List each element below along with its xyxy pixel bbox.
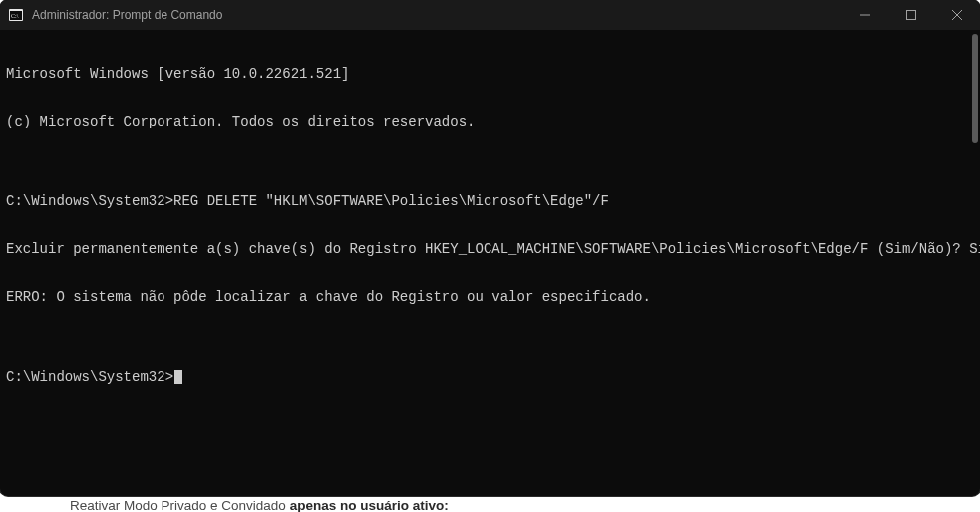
window-controls — [842, 0, 980, 30]
bg-text-bold: apenas no usuário ativo: — [290, 498, 449, 512]
terminal-area[interactable]: Microsoft Windows [versão 10.0.22621.521… — [0, 30, 980, 496]
terminal-output[interactable]: Microsoft Windows [versão 10.0.22621.521… — [0, 30, 980, 496]
terminal-line: ERRO: O sistema não pôde localizar a cha… — [6, 289, 972, 305]
maximize-button[interactable] — [888, 0, 934, 30]
titlebar[interactable]: C:\ Administrador: Prompt de Comando — [0, 0, 980, 30]
svg-rect-4 — [907, 11, 916, 20]
svg-text:C:\: C:\ — [11, 13, 19, 19]
background-page-text: Reativar Modo Privado e Convidado apenas… — [70, 498, 449, 512]
terminal-line: (c) Microsoft Corporation. Todos os dire… — [6, 114, 972, 129]
terminal-line: C:\Windows\System32>REG DELETE "HKLM\SOF… — [6, 193, 972, 209]
scrollbar-thumb[interactable] — [972, 34, 978, 143]
terminal-line: Microsoft Windows [versão 10.0.22621.521… — [6, 66, 972, 82]
command-prompt-window: C:\ Administrador: Prompt de Comando Mic… — [0, 0, 980, 496]
terminal-prompt-line: C:\Windows\System32> — [6, 369, 972, 384]
terminal-line: Excluir permanentemente a(s) chave(s) do… — [6, 241, 972, 257]
titlebar-left: C:\ Administrador: Prompt de Comando — [0, 0, 842, 30]
cmd-icon: C:\ — [8, 7, 24, 23]
window-title: Administrador: Prompt de Comando — [32, 0, 222, 30]
terminal-cursor — [174, 370, 182, 384]
minimize-button[interactable] — [842, 0, 888, 30]
terminal-prompt: C:\Windows\System32> — [6, 369, 173, 384]
bg-text-faint: Reativar Modo Privado e Convidado — [70, 498, 290, 512]
close-button[interactable] — [934, 0, 980, 30]
